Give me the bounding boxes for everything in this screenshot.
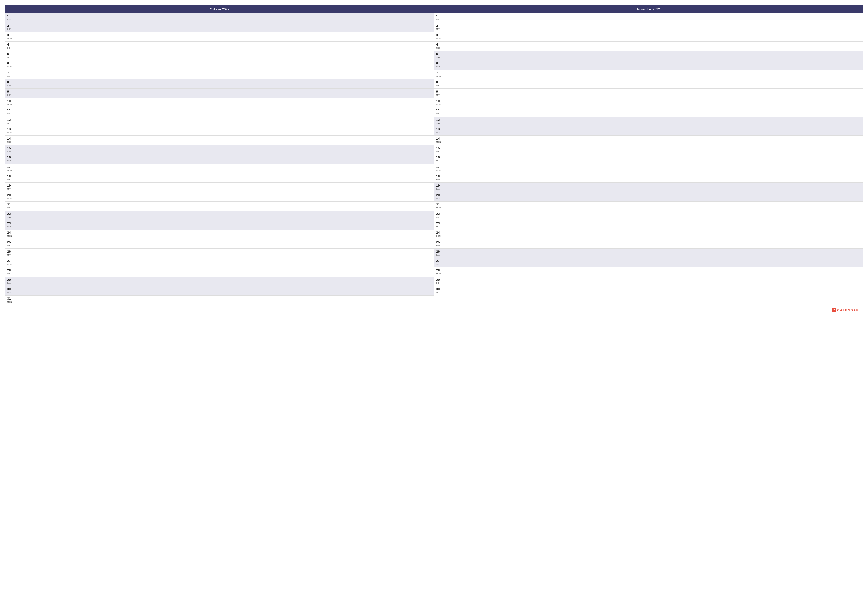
- day-label: 19SAM: [436, 184, 442, 190]
- day-row: 5SAM: [434, 51, 863, 61]
- day-name: MON: [7, 235, 12, 237]
- day-number: 9: [436, 90, 442, 93]
- day-number: 17: [436, 165, 442, 169]
- day-row: 18DIE: [5, 173, 434, 183]
- day-row: 27DON: [5, 258, 434, 267]
- day-number: 25: [436, 240, 442, 244]
- day-label: 28FRE: [7, 268, 12, 275]
- day-label: 24DON: [436, 231, 442, 237]
- day-label: 28MON: [436, 268, 442, 275]
- day-name: SON: [7, 225, 12, 228]
- day-label: 25FRE: [436, 240, 442, 247]
- day-row: 8DIE: [434, 79, 863, 89]
- day-name: MON: [436, 273, 442, 275]
- day-row: 13SON: [434, 126, 863, 136]
- day-name: DON: [436, 235, 442, 237]
- day-number: 7: [436, 71, 442, 75]
- day-name: FRE: [7, 75, 12, 77]
- day-name: SAM: [436, 56, 442, 58]
- day-number: 13: [7, 127, 12, 131]
- day-label: 5MIT: [7, 52, 12, 58]
- day-row: 12MIT: [5, 117, 434, 126]
- day-row: 19SAM: [434, 183, 863, 192]
- day-number: 30: [436, 287, 442, 291]
- day-number: 6: [436, 61, 442, 65]
- day-row: 31MON: [5, 295, 434, 305]
- day-name: SAM: [7, 19, 12, 21]
- day-row: 23SON: [5, 220, 434, 230]
- day-row: 11DIE: [5, 107, 434, 117]
- day-row: 22DIE: [434, 211, 863, 220]
- day-label: 30MIT: [436, 287, 442, 294]
- day-name: MON: [7, 103, 12, 106]
- day-number: 10: [436, 99, 442, 103]
- footer-logo: 7 CALENDAR: [832, 308, 859, 312]
- day-label: 4DIE: [7, 43, 12, 49]
- day-row: 17DON: [434, 164, 863, 173]
- day-number: 1: [7, 14, 12, 18]
- day-number: 3: [7, 33, 12, 37]
- day-name: SAM: [7, 282, 12, 284]
- day-row: 14MON: [434, 136, 863, 145]
- page: Oktober 20221SAM2SON3MON4DIE5MIT6DON7FRE…: [0, 0, 868, 614]
- day-row: 24MON: [5, 230, 434, 239]
- day-number: 8: [7, 80, 12, 84]
- day-name: FRE: [436, 113, 442, 115]
- day-row: 2SON: [5, 23, 434, 32]
- day-label: 27DON: [7, 259, 12, 266]
- day-label: 22DIE: [436, 212, 442, 218]
- day-label: 7FRE: [7, 71, 12, 77]
- day-name: SON: [7, 160, 12, 162]
- day-label: 15SAM: [7, 146, 12, 152]
- day-name: MIT: [436, 225, 442, 228]
- day-name: MIT: [436, 160, 442, 162]
- day-label: 1DIE: [436, 14, 442, 21]
- day-row: 9MIT: [434, 89, 863, 98]
- day-name: SON: [7, 94, 12, 96]
- day-label: 26MIT: [7, 250, 12, 256]
- day-label: 31MON: [7, 297, 12, 303]
- day-row: 10DON: [434, 98, 863, 107]
- day-row: 1DIE: [434, 13, 863, 23]
- day-row: 3DON: [434, 32, 863, 42]
- day-label: 14FRE: [7, 137, 12, 143]
- day-row: 5MIT: [5, 51, 434, 61]
- day-number: 21: [7, 202, 12, 207]
- day-row: 15DIE: [434, 145, 863, 154]
- day-row: 24DON: [434, 230, 863, 239]
- day-row: 28MON: [434, 267, 863, 277]
- day-number: 14: [436, 137, 442, 141]
- day-label: 12MIT: [7, 118, 12, 124]
- day-label: 25DIE: [7, 240, 12, 247]
- day-number: 23: [7, 221, 12, 225]
- day-number: 29: [7, 278, 12, 282]
- day-label: 2SON: [7, 24, 12, 30]
- day-label: 14MON: [436, 137, 442, 143]
- day-label: 26SAM: [436, 250, 442, 256]
- day-number: 6: [7, 61, 12, 65]
- day-number: 28: [7, 268, 12, 272]
- day-name: SON: [436, 197, 442, 199]
- month-col-1: November 20221DIE2MIT3DON4FRE5SAM6SON7MO…: [434, 5, 863, 305]
- day-name: DIE: [7, 113, 12, 115]
- day-name: MIT: [7, 188, 12, 190]
- day-name: MIT: [436, 28, 442, 30]
- day-label: 10MON: [7, 99, 12, 106]
- day-number: 4: [7, 43, 12, 47]
- day-row: 1SAM: [5, 13, 434, 23]
- day-number: 10: [7, 99, 12, 103]
- day-name: DON: [7, 197, 12, 199]
- day-name: SON: [7, 28, 12, 30]
- day-row: 27SON: [434, 258, 863, 267]
- day-label: 21FRE: [7, 202, 12, 209]
- day-row: 3MON: [5, 32, 434, 42]
- day-name: DIE: [7, 47, 12, 49]
- day-number: 12: [7, 118, 12, 122]
- day-row: 4DIE: [5, 42, 434, 51]
- day-row: 13DON: [5, 126, 434, 136]
- day-row: 17MON: [5, 164, 434, 173]
- day-number: 8: [436, 80, 442, 84]
- day-name: FRE: [436, 47, 442, 49]
- day-number: 20: [7, 193, 12, 197]
- day-number: 2: [7, 24, 12, 28]
